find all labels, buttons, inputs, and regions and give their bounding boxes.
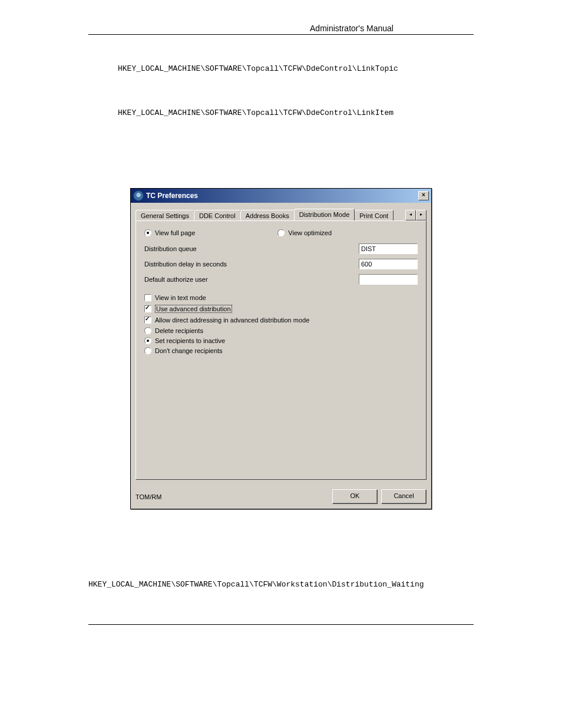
registry-key-link-topic: HKEY_LOCAL_MACHINE\SOFTWARE\Topcall\TCFW… [118,64,474,73]
delete-recipients-label: Delete recipients [155,327,203,334]
set-inactive-label: Set recipients to inactive [155,337,225,344]
radio-view-full-page[interactable] [144,229,151,236]
tab-general-settings[interactable]: General Settings [135,210,194,221]
registry-key-distribution-waiting: HKEY_LOCAL_MACHINE\SOFTWARE\Topcall\TCFW… [88,580,474,589]
distribution-delay-row: Distribution delay in seconds [144,259,418,269]
authorize-user-row: Default authorize user [144,274,418,285]
header-title: Administrator's Manual [310,24,394,33]
view-full-page-label: View full page [155,229,195,236]
distribution-queue-input[interactable] [359,243,418,254]
tab-strip: General Settings DDE Control Address Boo… [135,207,427,220]
radio-set-inactive[interactable] [144,337,151,344]
allow-direct-addressing-label: Allow direct addressing in advanced dist… [155,317,309,324]
close-button[interactable]: × [418,191,429,200]
page-header: Administrator's Manual [88,24,474,35]
radio-delete-recipients[interactable] [144,327,151,334]
distribution-queue-row: Distribution queue [144,243,418,254]
distribution-delay-input[interactable] [359,259,418,269]
page-footer-line [88,624,474,625]
dont-change-option[interactable]: Don't change recipients [144,347,418,354]
radio-dont-change[interactable] [144,347,151,354]
dont-change-label: Don't change recipients [155,347,223,354]
delete-recipients-option[interactable]: Delete recipients [144,327,418,334]
cancel-button[interactable]: Cancel [381,489,427,504]
authorize-user-input[interactable] [359,274,418,285]
checkbox-allow-direct-addressing[interactable] [144,317,151,324]
tab-distribution-mode[interactable]: Distribution Mode [294,209,355,220]
status-text: TOM/RM [135,493,329,500]
app-icon: ⊕ [133,190,144,201]
tab-scroll-right-icon[interactable]: ▸ [416,210,427,220]
checkbox-view-text-mode[interactable] [144,294,151,301]
use-advanced-distribution-label: Use advanced distribution [155,305,232,313]
view-text-mode-label: View in text mode [155,294,206,301]
radio-view-optimized[interactable] [277,229,285,236]
ok-button[interactable]: OK [332,489,378,504]
view-optimized-option[interactable]: View optimized [277,229,332,236]
tab-scroll: ◂ ▸ [405,210,427,220]
distribution-delay-label: Distribution delay in seconds [144,261,359,268]
view-mode-row: View full page View optimized [144,229,418,236]
view-text-mode-option[interactable]: View in text mode [144,294,418,301]
authorize-user-label: Default authorize user [144,276,359,283]
dialog-button-bar: TOM/RM OK Cancel [131,485,431,509]
dialog-body: General Settings DDE Control Address Boo… [131,203,431,485]
document-page: Administrator's Manual HKEY_LOCAL_MACHIN… [0,0,562,672]
view-optimized-label: View optimized [288,229,332,236]
recipients-radio-group: Delete recipients Set recipients to inac… [144,327,418,354]
tab-print-cont[interactable]: Print Cont [354,210,394,221]
allow-direct-addressing-option[interactable]: Allow direct addressing in advanced dist… [144,317,418,324]
checkbox-use-advanced-distribution[interactable] [144,305,151,312]
dialog-title: TC Preferences [146,192,418,200]
preferences-dialog: ⊕ TC Preferences × General Settings DDE … [130,188,432,509]
view-full-page-option[interactable]: View full page [144,229,195,236]
use-advanced-distribution-option[interactable]: Use advanced distribution [144,305,418,313]
distribution-queue-label: Distribution queue [144,245,359,252]
registry-key-link-item: HKEY_LOCAL_MACHINE\SOFTWARE\Topcall\TCFW… [118,108,474,117]
tab-dde-control[interactable]: DDE Control [194,210,241,221]
tab-content: View full page View optimized Distributi… [135,220,427,480]
dialog-titlebar: ⊕ TC Preferences × [131,189,431,203]
tab-scroll-left-icon[interactable]: ◂ [405,210,416,220]
set-inactive-option[interactable]: Set recipients to inactive [144,337,418,344]
tab-address-books[interactable]: Address Books [240,210,295,221]
